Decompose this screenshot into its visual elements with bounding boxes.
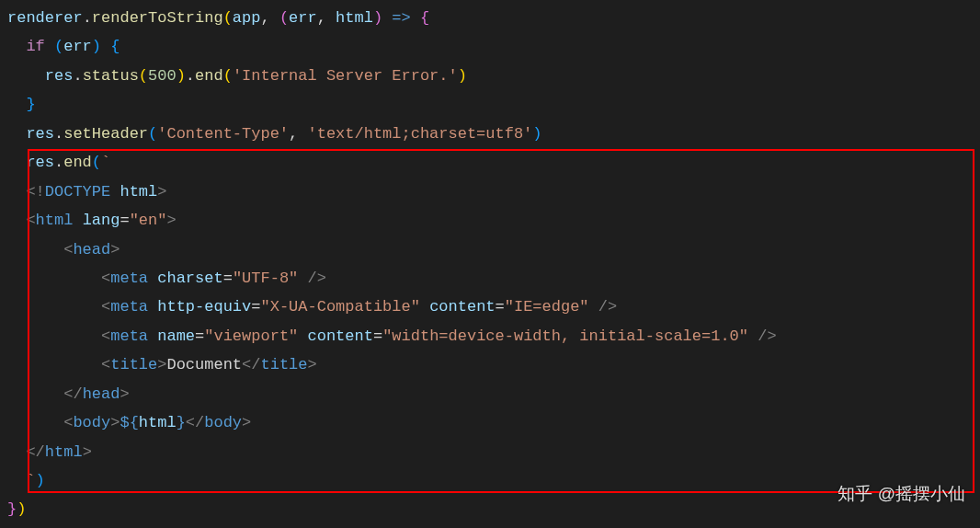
paren-open: ( bbox=[54, 38, 63, 55]
code-line-12[interactable]: <meta name="viewport" content="width=dev… bbox=[7, 322, 973, 350]
tag-bracket: < bbox=[101, 270, 110, 287]
paren-close: ) bbox=[458, 67, 467, 85]
tag-doctype: DOCTYPE bbox=[45, 183, 110, 201]
code-line-8[interactable]: <html lang="en"> bbox=[7, 206, 973, 235]
code-line-1[interactable]: renderer.renderToString(app, (err, html)… bbox=[7, 4, 973, 32]
code-line-5[interactable]: res.setHeader('Content-Type', 'text/html… bbox=[7, 120, 973, 148]
tag-bracket: </ bbox=[63, 385, 82, 403]
paren-open: ( bbox=[223, 67, 233, 85]
method-status: status bbox=[83, 67, 139, 85]
equals: = bbox=[496, 298, 505, 316]
dot: . bbox=[73, 67, 82, 85]
indent bbox=[7, 96, 26, 113]
attr-name: name bbox=[157, 327, 195, 345]
tag-title: title bbox=[110, 356, 157, 373]
attr-lang: lang bbox=[83, 212, 120, 229]
paren-open: ( bbox=[223, 9, 233, 27]
attrval-ieedge: "IE=edge" bbox=[505, 298, 589, 316]
tag-bracket: > bbox=[157, 183, 166, 201]
keyword-if: if bbox=[26, 38, 44, 55]
indent bbox=[7, 298, 101, 316]
tag-bracket: < bbox=[26, 212, 35, 229]
attrval-en: "en" bbox=[130, 212, 167, 229]
indent bbox=[7, 472, 26, 489]
identifier-err: err bbox=[63, 38, 92, 55]
identifier-renderer: renderer bbox=[7, 9, 83, 27]
tag-bracket: > bbox=[120, 385, 129, 403]
paren-close: ) bbox=[17, 500, 26, 518]
indent bbox=[7, 183, 26, 201]
equals: = bbox=[373, 327, 382, 345]
brace-close: } bbox=[7, 500, 17, 518]
tag-bracket: /> bbox=[758, 327, 776, 345]
string-text-html: 'text/html;charset=utf8' bbox=[307, 125, 532, 143]
code-line-9[interactable]: <head> bbox=[7, 235, 973, 264]
indent bbox=[7, 241, 63, 258]
tag-bracket: > bbox=[110, 241, 120, 258]
tag-bracket: > bbox=[308, 356, 317, 373]
code-line-10[interactable]: <meta charset="UTF-8" /> bbox=[7, 264, 973, 293]
tag-bracket: < bbox=[63, 241, 73, 258]
paren-open: ( bbox=[148, 125, 157, 143]
space bbox=[101, 38, 110, 55]
attrval-viewport: "viewport" bbox=[204, 327, 298, 345]
space bbox=[298, 270, 307, 287]
tag-bracket: </ bbox=[186, 414, 204, 431]
equals: = bbox=[223, 270, 233, 287]
indent bbox=[7, 356, 101, 373]
code-line-3[interactable]: res.status(500).end('Internal Server Err… bbox=[7, 62, 973, 90]
paren-open: ( bbox=[139, 67, 148, 85]
indent bbox=[7, 270, 101, 287]
method-setHeader: setHeader bbox=[63, 125, 148, 143]
attrval-utf8: "UTF-8" bbox=[233, 270, 298, 287]
space bbox=[148, 327, 157, 345]
tag-bracket: > bbox=[157, 356, 166, 373]
string-content-type: 'Content-Type' bbox=[157, 125, 289, 143]
tag-meta: meta bbox=[110, 270, 148, 287]
template-var-html: html bbox=[139, 414, 177, 431]
brace-open: { bbox=[420, 9, 429, 27]
tag-head: head bbox=[83, 385, 120, 403]
equals: = bbox=[120, 212, 129, 229]
code-line-15[interactable]: <body>${html}</body> bbox=[7, 408, 973, 437]
attr-http-equiv: http-equiv bbox=[157, 298, 251, 316]
identifier-html: html bbox=[336, 9, 373, 27]
indent bbox=[7, 38, 26, 55]
dot: . bbox=[186, 67, 195, 85]
tag-head: head bbox=[73, 241, 110, 258]
tag-bracket: </ bbox=[242, 356, 260, 373]
indent bbox=[7, 443, 26, 461]
tag-bracket: /> bbox=[308, 270, 326, 287]
tag-bracket: > bbox=[83, 443, 92, 461]
tag-bracket: < bbox=[101, 356, 110, 373]
code-line-17[interactable]: `) bbox=[7, 466, 973, 495]
template-open: ${ bbox=[120, 414, 138, 431]
space bbox=[73, 212, 82, 229]
paren-open: ( bbox=[279, 9, 289, 27]
template-close: } bbox=[177, 414, 186, 431]
tag-bracket: < bbox=[101, 327, 110, 345]
indent bbox=[7, 212, 26, 229]
space bbox=[110, 183, 120, 201]
attr-html: html bbox=[120, 183, 157, 201]
code-editor[interactable]: renderer.renderToString(app, (err, html)… bbox=[0, 0, 980, 528]
code-line-2[interactable]: if (err) { bbox=[7, 32, 973, 61]
identifier-err: err bbox=[289, 9, 317, 27]
tag-meta: meta bbox=[110, 298, 148, 316]
tag-html: html bbox=[36, 212, 74, 229]
code-line-7[interactable]: <!DOCTYPE html> bbox=[7, 178, 973, 206]
tag-bracket: > bbox=[166, 212, 176, 229]
code-line-4[interactable]: } bbox=[7, 90, 973, 119]
code-line-18[interactable]: }) bbox=[7, 495, 973, 523]
code-line-6[interactable]: res.end(` bbox=[7, 148, 973, 177]
attrval-width-device-width: "width=device-width, initial-scale=1.0" bbox=[382, 327, 748, 345]
tag-meta: meta bbox=[110, 327, 148, 345]
paren-close: ) bbox=[532, 125, 541, 143]
code-line-13[interactable]: <title>Document</title> bbox=[7, 350, 973, 379]
tag-bracket: > bbox=[110, 414, 120, 431]
tag-html: html bbox=[45, 443, 83, 461]
code-line-11[interactable]: <meta http-equiv="X-UA-Compatible" conte… bbox=[7, 293, 973, 321]
code-line-14[interactable]: </head> bbox=[7, 380, 973, 408]
dot: . bbox=[83, 9, 92, 27]
code-line-16[interactable]: </html> bbox=[7, 438, 973, 466]
